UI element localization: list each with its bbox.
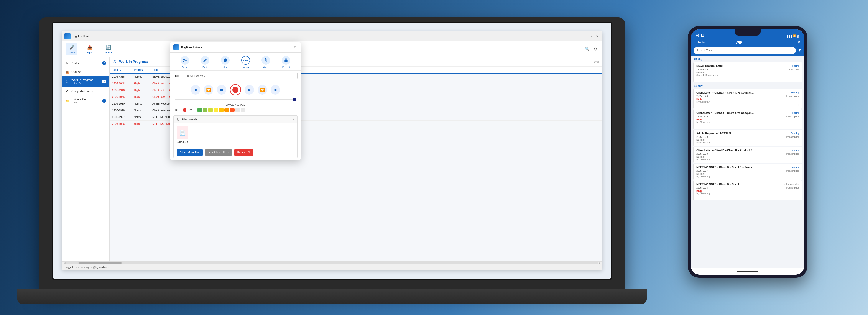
phone-task-item[interactable]: Brown BR001/1 Letter Pending 2205-4365 P… xyxy=(693,62,802,82)
col-header-priority: Priority xyxy=(134,68,148,71)
phone-task-item[interactable]: Admin Request – 11/05/2022 Pending 2205-… xyxy=(693,130,802,146)
task-type: Speech Recognition xyxy=(696,74,799,76)
voice-minimize-btn[interactable]: — xyxy=(287,45,291,50)
task-meta2: Normal xyxy=(696,138,799,141)
toolbar-right: 🔍 ⚙ xyxy=(585,46,598,52)
toolbar-voice[interactable]: 🎤 Voice xyxy=(66,43,78,55)
voice-normal-btn[interactable]: Normal xyxy=(241,56,250,68)
voice-window-controls: — □ xyxy=(287,45,298,50)
sec-icon xyxy=(221,56,229,65)
voice-maximize-btn[interactable]: □ xyxy=(293,45,298,50)
voice-title: BigHand Voice xyxy=(181,45,203,49)
union-sub: 21s xyxy=(71,101,86,104)
attach-more-files-btn[interactable]: Attach More Files xyxy=(177,150,203,156)
outbox-label: Outbox xyxy=(71,70,81,73)
task-meta: 2205-4365 Proofread xyxy=(696,68,799,71)
sidebar-item-drafts[interactable]: ✏ Drafts 7 xyxy=(62,59,110,67)
phone-task-item[interactable]: Client Letter – Client D – Client D – Pr… xyxy=(693,147,802,163)
maximize-button[interactable]: □ xyxy=(588,34,593,39)
task-title: MEETING NOTE – Client D – Client... xyxy=(696,183,757,186)
remove-all-btn[interactable]: Remove All xyxy=(234,150,253,156)
phone-task-item[interactable]: Client Letter – Client X – Client X vs C… xyxy=(693,109,802,129)
scroll-thumb[interactable] xyxy=(78,262,122,263)
stop-btn[interactable]: ⏹ xyxy=(217,85,226,95)
attach-more-links-btn[interactable]: Attach More Links xyxy=(205,150,232,156)
completed-label: Completed Items xyxy=(71,90,93,93)
fast-forward-btn[interactable]: ⏩ xyxy=(257,85,267,95)
completed-icon: ✔ xyxy=(65,89,69,93)
voice-send-btn[interactable]: Send xyxy=(181,56,189,68)
phone-search-bar: ▼ xyxy=(691,47,804,56)
toolbar-import[interactable]: 📥 Import xyxy=(84,43,96,55)
protect-label: Protect xyxy=(282,66,290,68)
sidebar-item-completed[interactable]: ✔ Completed Items xyxy=(62,87,110,95)
task-more[interactable]: › xyxy=(696,123,799,127)
voice-sec-btn[interactable]: Sec xyxy=(221,56,229,68)
union-badge: 1 xyxy=(102,99,106,103)
skip-forward-btn[interactable]: ⏭ xyxy=(271,85,280,95)
task-id: 2205-1927 xyxy=(112,116,129,119)
level-bar-4 xyxy=(214,108,218,112)
wip-label: Work In Progress xyxy=(71,78,93,82)
phone-task-list[interactable]: 23 May Brown BR001/1 Letter Pending 2205… xyxy=(691,56,804,268)
task-meta: 2205-1928 Transcription xyxy=(696,153,799,155)
attachments-title: Attachments xyxy=(181,118,197,121)
sidebar-item-union[interactable]: 📁 Union & Co 21s 1 xyxy=(62,95,110,106)
minimize-button[interactable]: — xyxy=(582,34,587,39)
sidebar-item-outbox[interactable]: 📤 Outbox xyxy=(62,67,110,76)
status-text: Logged in as: lisa.maguire@bighand.com xyxy=(65,266,109,269)
laptop-screen: BigHand Hub — □ ✕ 🎤 Voice xyxy=(53,23,611,279)
laptop-base xyxy=(18,288,647,304)
phone-task-item[interactable]: MEETING NOTE – Client D – Client D – Pro… xyxy=(693,164,802,180)
task-title: Client Letter – Client X – Client X vs C… xyxy=(696,91,757,94)
task-more[interactable]: › xyxy=(696,103,799,106)
task-priority: High xyxy=(134,122,148,125)
close-button[interactable]: ✕ xyxy=(595,34,599,39)
task-status: Pending xyxy=(791,112,799,115)
task-status: Pending xyxy=(791,166,799,169)
phone-gear-icon[interactable]: ⚙ xyxy=(798,40,801,44)
task-more[interactable]: › xyxy=(696,195,799,198)
voice-attach-btn[interactable]: Attach xyxy=(261,56,270,68)
skip-back-btn[interactable]: ⏮ xyxy=(191,85,200,95)
attachments-body: 📄 A PDF.pdf xyxy=(174,123,297,147)
task-priority: Normal xyxy=(696,172,705,175)
progress-knob[interactable] xyxy=(293,98,296,101)
progress-track[interactable] xyxy=(175,99,296,100)
attachment-filename: A PDF.pdf xyxy=(177,141,188,144)
rewind-btn[interactable]: ⏪ xyxy=(204,85,213,95)
task-priority: High xyxy=(134,89,148,92)
title-field-label: Title xyxy=(174,74,182,77)
task-assignee: My Secretary xyxy=(696,192,799,195)
task-meta2: High xyxy=(696,118,799,121)
phone-folders-label: Folders xyxy=(698,41,707,44)
phone-back-btn[interactable]: ‹ xyxy=(694,41,695,44)
task-assignee: My Secretary xyxy=(696,158,799,161)
scroll-bar[interactable]: ◀ ▶ xyxy=(62,261,602,264)
level-row: INS OVR xyxy=(170,107,301,113)
search-icon[interactable]: 🔍 xyxy=(585,46,590,52)
level-bars xyxy=(197,108,296,112)
phone-task-item[interactable]: MEETING NOTE – Client D – Client... chlo… xyxy=(693,181,802,200)
task-priority: High xyxy=(696,189,702,192)
scroll-track[interactable] xyxy=(65,262,599,263)
sidebar-item-wip[interactable]: ⏱ Work In Progress 3m 16s 6 xyxy=(62,76,110,87)
play-btn[interactable]: ▶ xyxy=(245,85,254,95)
settings-icon[interactable]: ⚙ xyxy=(593,46,598,52)
voice-protect-btn[interactable]: Protect xyxy=(282,56,290,68)
record-btn[interactable] xyxy=(230,84,241,95)
task-priority: High xyxy=(696,118,702,121)
attachment-item[interactable]: 📄 A PDF.pdf xyxy=(177,126,188,144)
wip-header-icon: ⏱ xyxy=(113,59,117,64)
toolbar-recall[interactable]: 🔄 Recall xyxy=(102,43,114,55)
task-top: Client Letter – Client X – Client X vs C… xyxy=(696,112,799,115)
task-priority: Normal xyxy=(134,75,148,78)
title-input[interactable] xyxy=(185,73,298,79)
phone-search-input[interactable] xyxy=(693,47,796,54)
phone-task-item[interactable]: Client Letter – Client X – Client X vs C… xyxy=(693,89,802,109)
task-more[interactable]: › xyxy=(696,76,799,80)
voice-draft-btn[interactable]: Draft xyxy=(201,56,209,68)
attachments-close-btn[interactable]: ✕ xyxy=(292,117,295,121)
phone-filter-icon[interactable]: ▼ xyxy=(798,48,802,53)
send-label: Send xyxy=(182,66,188,68)
